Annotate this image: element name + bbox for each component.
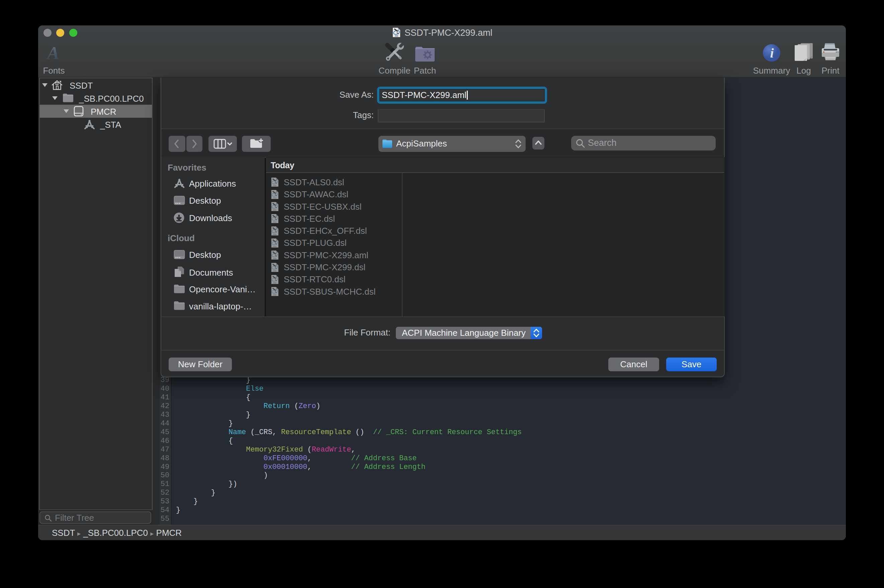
svg-text:i: i [770,45,774,60]
